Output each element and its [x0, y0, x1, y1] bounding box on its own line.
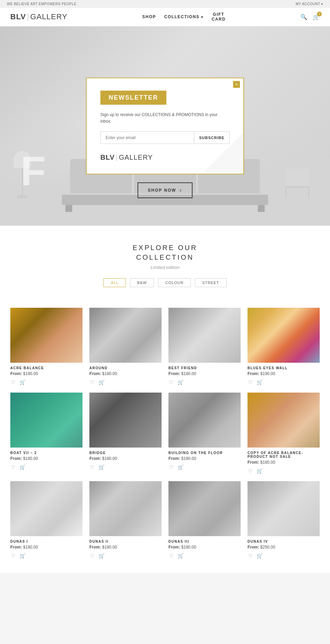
newsletter-modal: NEWSLETTER Sign up to receive our COLLEC… — [86, 78, 244, 174]
add-to-cart-button[interactable]: 🛒 — [98, 379, 105, 386]
collection-title-line1: EXPLORE OUR — [133, 244, 197, 251]
product-image — [248, 308, 320, 363]
add-to-cart-button[interactable]: 🛒 — [19, 552, 26, 559]
shop-now-button[interactable]: SHOP NOW › — [138, 182, 192, 198]
product-name: BOAT VII – 2 — [10, 451, 82, 455]
wishlist-button[interactable]: ♡ — [89, 464, 95, 471]
add-to-cart-button[interactable]: 🛒 — [256, 467, 263, 474]
product-image — [168, 308, 241, 363]
wishlist-button[interactable]: ♡ — [248, 552, 253, 559]
filter-street[interactable]: STREET — [195, 278, 226, 287]
product-actions: ♡ 🛒 — [168, 379, 241, 386]
filter-colour[interactable]: COLOUR — [158, 278, 191, 287]
product-card[interactable]: COPY OF ACRE BALANCE- PRODUCT NOT SALE F… — [248, 393, 320, 474]
shop-now-arrow: › — [180, 187, 182, 193]
product-price: From: $180.00 — [89, 371, 162, 376]
product-actions: ♡ 🛒 — [10, 552, 82, 559]
product-card[interactable]: BOAT VII – 2 From: $180.00 ♡ 🛒 — [10, 393, 82, 474]
product-card[interactable]: DUNAS IV From: $250.00 ♡ 🛒 — [248, 481, 320, 559]
wishlist-button[interactable]: ♡ — [168, 464, 174, 471]
product-card[interactable]: BUILDING ON THE FLOOR From: $180.00 ♡ 🛒 — [168, 393, 241, 474]
newsletter-overlay: NEWSLETTER Sign up to receive our COLLEC… — [86, 78, 244, 174]
wishlist-button[interactable]: ♡ — [10, 552, 16, 559]
my-account-link[interactable]: MY ACCOUNT ▾ — [296, 2, 323, 6]
product-actions: ♡ 🛒 — [89, 552, 162, 559]
product-price: From: $180.00 — [10, 371, 82, 376]
wishlist-button[interactable]: ♡ — [89, 552, 95, 559]
add-to-cart-button[interactable]: 🛒 — [256, 379, 263, 386]
product-name: DUNAS II — [89, 540, 162, 543]
product-image — [168, 393, 241, 448]
product-name: ACRE BALANCE — [10, 366, 82, 370]
product-image — [248, 481, 320, 536]
product-card[interactable]: BRIDGE From: $180.00 ♡ 🛒 — [89, 393, 162, 474]
wishlist-button[interactable]: ♡ — [168, 379, 174, 386]
wishlist-button[interactable]: ♡ — [248, 467, 253, 474]
add-to-cart-button[interactable]: 🛒 — [98, 552, 105, 559]
product-price: From: $250.00 — [248, 545, 320, 550]
product-card[interactable]: BLUES EYES WALL From: $190.00 ♡ 🛒 — [248, 308, 320, 386]
product-name: DUNAS III — [168, 540, 241, 543]
wishlist-button[interactable]: ♡ — [248, 379, 253, 386]
header: BLV|GALLERY SHOP COLLECTIONS ▾ GIFTCARD … — [0, 8, 330, 26]
wishlist-button[interactable]: ♡ — [10, 464, 16, 471]
add-to-cart-button[interactable]: 🛒 — [98, 464, 105, 471]
wishlist-button[interactable]: ♡ — [10, 379, 16, 386]
add-to-cart-button[interactable]: 🛒 — [19, 464, 26, 471]
product-name: BRIDGE — [89, 451, 162, 455]
filter-bw[interactable]: B&W — [130, 278, 154, 287]
nav-gift-card[interactable]: GIFTCARD — [212, 12, 226, 22]
newsletter-title: NEWSLETTER — [100, 91, 166, 105]
search-icon[interactable]: 🔍 — [300, 14, 307, 20]
product-price: From: $180.00 — [168, 371, 241, 376]
add-to-cart-button[interactable]: 🛒 — [177, 552, 184, 559]
add-to-cart-button[interactable]: 🛒 — [177, 464, 184, 471]
product-name: BUILDING ON THE FLOOR — [168, 451, 241, 455]
product-name: DUNAS IV — [248, 540, 320, 543]
product-price: From: $180.00 — [168, 545, 241, 550]
newsletter-logo-bold: BLV — [100, 154, 115, 161]
logo-bold: BLV — [10, 12, 26, 21]
product-card[interactable]: AROUND From: $180.00 ♡ 🛒 — [89, 308, 162, 386]
product-image — [89, 308, 162, 363]
product-actions: ♡ 🛒 — [89, 464, 162, 471]
product-price: From: $180.00 — [168, 456, 241, 461]
nav-collections[interactable]: COLLECTIONS ▾ — [164, 14, 204, 19]
add-to-cart-button[interactable]: 🛒 — [177, 379, 184, 386]
product-price: From: $190.00 — [248, 371, 320, 376]
hero-letter: F — [21, 150, 46, 191]
cart-wrapper[interactable]: 🛒 1 — [313, 14, 320, 20]
add-to-cart-button[interactable]: 🛒 — [19, 379, 26, 386]
product-actions: ♡ 🛒 — [10, 464, 82, 471]
product-image — [248, 393, 320, 448]
add-to-cart-button[interactable]: 🛒 — [256, 552, 263, 559]
product-card[interactable]: BEST FRIEND From: $180.00 ♡ 🛒 — [168, 308, 241, 386]
wishlist-button[interactable]: ♡ — [168, 552, 174, 559]
product-card[interactable]: ACRE BALANCE From: $180.00 ♡ 🛒 — [10, 308, 82, 386]
product-actions: ♡ 🛒 — [248, 467, 320, 474]
product-price: From: $180.00 — [248, 460, 320, 465]
filter-buttons: ALL B&W COLOUR STREET — [10, 278, 320, 287]
product-price: From: $180.00 — [89, 456, 162, 461]
newsletter-close-button[interactable]: × — [233, 81, 240, 88]
product-card[interactable]: DUNAS II From: $180.00 ♡ 🛒 — [89, 481, 162, 559]
newsletter-email-input[interactable] — [101, 132, 194, 144]
filter-all[interactable]: ALL — [103, 278, 126, 287]
nav-shop[interactable]: SHOP — [142, 14, 156, 19]
product-card[interactable]: DUNAS III From: $180.00 ♡ 🛒 — [168, 481, 241, 559]
newsletter-logo-light: GALLERY — [119, 154, 153, 161]
product-grid: ACRE BALANCE From: $180.00 ♡ 🛒 AROUND Fr… — [0, 301, 330, 573]
collection-title-line2: COLLECTION — [136, 253, 194, 261]
product-card[interactable]: DUNAS I From: $180.00 ♡ 🛒 — [10, 481, 82, 559]
product-actions: ♡ 🛒 — [248, 552, 320, 559]
wishlist-button[interactable]: ♡ — [89, 379, 95, 386]
logo[interactable]: BLV|GALLERY — [10, 12, 67, 21]
header-icons: 🔍 🛒 1 — [300, 14, 320, 20]
table-right — [285, 169, 309, 198]
product-name: AROUND — [89, 366, 162, 370]
product-actions: ♡ 🛒 — [168, 464, 241, 471]
product-name: BEST FRIEND — [168, 366, 241, 370]
logo-separator: | — [27, 12, 29, 21]
top-bar-tagline: WE BELIEVE ART EMPOWERS PEOPLE — [7, 2, 76, 6]
product-actions: ♡ 🛒 — [168, 552, 241, 559]
